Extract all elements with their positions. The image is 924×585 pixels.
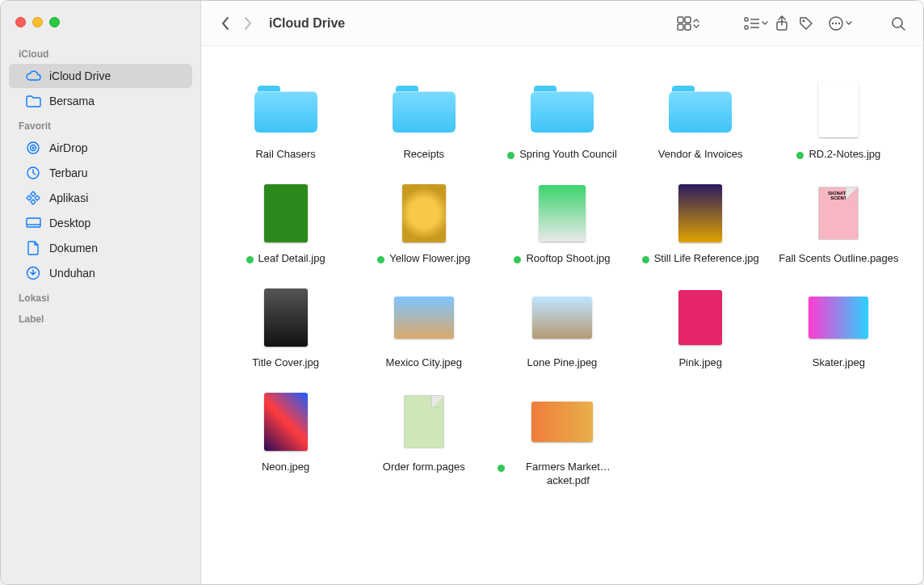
sidebar-item-airdrop[interactable]: AirDrop [9,136,192,160]
file-item[interactable]: Rail Chasers [221,75,351,162]
svg-rect-8 [685,17,691,23]
svg-point-22 [892,18,902,27]
tag-dot-green [514,256,521,263]
file-thumbnail [804,284,872,351]
sidebar-section-label: Favorit [1,114,200,135]
file-name-row: Still Life Reference.jpg [642,252,759,266]
main-area: iCloud Drive [201,1,923,584]
file-thumbnail [390,388,458,456]
file-name-row: Receipts [403,148,444,162]
clock-icon [25,165,41,181]
file-name: Neon.jpeg [262,461,309,474]
file-thumbnail [528,388,596,456]
back-button[interactable] [214,12,237,35]
download-icon [25,265,41,281]
file-thumbnail [252,284,320,351]
file-item[interactable]: Neon.jpeg [221,388,351,488]
svg-point-19 [832,22,834,23]
search-button[interactable] [886,12,910,35]
file-item[interactable]: Order form.pages [359,388,489,488]
sidebar: iCloudiCloud DriveBersamaFavoritAirDropT… [1,1,201,584]
svg-point-20 [835,22,837,23]
file-name-row: Vendor & Invoices [658,148,743,162]
chevron-down-icon [762,19,768,28]
sidebar-item-bersama[interactable]: Bersama [9,89,192,113]
file-item[interactable]: Leaf Detail.jpg [221,179,351,266]
document-icon [25,240,41,256]
minimize-window-button[interactable] [32,17,43,27]
finder-window: iCloudiCloud DriveBersamaFavoritAirDropT… [0,0,924,585]
sidebar-item-terbaru[interactable]: Terbaru [9,161,192,185]
more-actions-button[interactable] [818,12,854,35]
sidebar-item-label: Terbaru [49,166,183,179]
file-grid: Rail ChasersReceiptsSpring Youth Council… [201,46,923,584]
file-name: Spring Youth Council [519,148,617,162]
file-name-row: Order form.pages [383,461,465,474]
toolbar: iCloud Drive [201,1,923,46]
sidebar-item-unduhan[interactable]: Unduhan [9,261,192,285]
file-thumbnail [390,284,458,351]
file-item[interactable]: Pink.jpeg [636,284,765,370]
share-button[interactable] [770,12,794,35]
folder-icon [528,75,596,143]
sidebar-item-label: Desktop [49,217,183,229]
file-thumbnail: SIGNATU SCENT [804,179,872,247]
sidebar-section-label: Label [1,307,200,328]
sidebar-item-desktop[interactable]: Desktop [9,211,192,235]
file-name-row: Neon.jpeg [262,461,309,474]
view-icons-button[interactable] [666,12,702,35]
file-item[interactable]: Vendor & Invoices [636,75,765,162]
file-name: Lone Pine.jpeg [527,356,598,370]
cloud-icon [25,68,41,84]
svg-line-23 [901,27,905,30]
svg-point-2 [32,147,35,149]
sidebar-item-label: Dokumen [49,242,183,255]
chevron-updown-icon [692,18,700,29]
apps-icon [25,190,41,206]
file-thumbnail [666,284,734,351]
file-item[interactable]: Spring Youth Council [498,75,627,162]
file-item[interactable]: RD.2-Notes.jpg [774,75,903,162]
file-thumbnail [252,388,320,456]
sidebar-section-label: Lokasi [1,286,200,307]
file-name: Farmers Market…acket.pdf [510,461,627,488]
file-name-row: Yellow Flower.jpg [377,252,470,266]
file-name-row: Fall Scents Outline.pages [779,252,898,266]
sidebar-item-label: Bersama [49,95,183,107]
file-name: Leaf Detail.jpg [258,252,326,266]
forward-button[interactable] [237,12,259,35]
file-item[interactable]: Rooftop Shoot.jpg [498,179,627,266]
file-thumbnail [252,179,320,247]
file-item[interactable]: Farmers Market…acket.pdf [498,388,627,488]
sidebar-item-label: Unduhan [49,267,183,280]
desktop-icon [25,215,41,231]
file-name: Yellow Flower.jpg [389,252,470,266]
file-thumbnail [528,284,596,351]
tag-dot-green [377,256,384,263]
sidebar-item-icloud-drive[interactable]: iCloud Drive [9,64,192,88]
file-item[interactable]: Still Life Reference.jpg [636,179,765,266]
traffic-lights [1,6,200,42]
file-name-row: Lone Pine.jpeg [527,356,598,370]
file-name-row: RD.2-Notes.jpg [796,148,880,162]
file-item[interactable]: Receipts [359,75,489,162]
tags-button[interactable] [794,12,818,35]
close-window-button[interactable] [15,17,26,27]
folder-icon [252,75,320,143]
file-name: Skater.jpeg [813,356,865,370]
tag-dot-green [498,465,505,472]
maximize-window-button[interactable] [49,17,60,27]
file-item[interactable]: Mexico City.jpeg [359,284,489,370]
file-item[interactable]: Title Cover.jpg [221,284,351,370]
file-name: Order form.pages [383,461,465,474]
sidebar-item-aplikasi[interactable]: Aplikasi [9,186,192,210]
file-item[interactable]: Lone Pine.jpeg [498,284,627,370]
file-item[interactable]: SIGNATU SCENTFall Scents Outline.pages [774,179,903,266]
sidebar-item-dokumen[interactable]: Dokumen [9,236,192,260]
shared-folder-icon [25,93,41,109]
group-by-button[interactable] [734,12,770,35]
file-item[interactable]: Yellow Flower.jpg [359,179,489,266]
file-thumbnail [390,179,458,247]
file-name-row: Skater.jpeg [813,356,865,370]
file-item[interactable]: Skater.jpeg [774,284,903,370]
